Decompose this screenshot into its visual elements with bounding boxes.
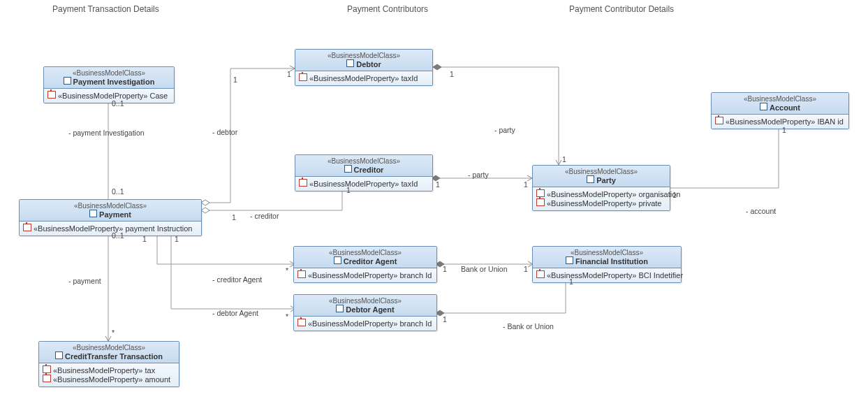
mult: 1 — [175, 235, 179, 243]
role-payment-investigation: - payment Investigation — [68, 129, 145, 137]
role-account: - account — [746, 207, 776, 215]
mult: 1 — [524, 265, 528, 273]
role-debtor-agent: - debtor Agent — [212, 309, 258, 317]
role-party: - party — [468, 171, 489, 179]
mult: 1 — [443, 315, 447, 324]
diagram-canvas: Payment Transaction Details Payment Cont… — [0, 0, 868, 406]
class-payment-investigation[interactable]: «BusinessModelClass»Payment Investigatio… — [43, 66, 175, 103]
class-creditor[interactable]: «BusinessModelClass»Creditor «BusinessMo… — [295, 154, 433, 191]
mult: 1 — [346, 186, 351, 194]
mult: 0..1 — [112, 231, 124, 240]
role-debtor: - debtor — [212, 128, 237, 136]
mult: 1 — [142, 235, 147, 243]
mult: * — [286, 266, 288, 275]
mult: 1 — [562, 155, 566, 164]
section-right: Payment Contributor Details — [569, 4, 674, 14]
mult: 1 — [436, 180, 440, 189]
mult: 1 — [287, 70, 291, 78]
role-bank: Bank or Union — [461, 265, 508, 273]
class-creditor-agent[interactable]: «BusinessModelClass»Creditor Agent «Busi… — [293, 246, 437, 283]
class-credit-transfer[interactable]: «BusinessModelClass»CreditTransfer Trans… — [38, 341, 179, 387]
section-left: Payment Transaction Details — [52, 4, 159, 14]
class-payment[interactable]: «BusinessModelClass»Payment «BusinessMod… — [19, 199, 202, 236]
role-bank: - Bank or Union — [503, 322, 554, 331]
mult: 1 — [443, 265, 447, 273]
role-party: - party — [494, 126, 515, 134]
class-debtor-agent[interactable]: «BusinessModelClass»Debtor Agent «Busine… — [293, 294, 437, 331]
mult: 1 — [782, 126, 786, 134]
class-financial-institution[interactable]: «BusinessModelClass»Financial Institutio… — [532, 246, 682, 283]
section-mid: Payment Contributors — [347, 4, 428, 14]
class-debtor[interactable]: «BusinessModelClass»Debtor «BusinessMode… — [295, 49, 433, 86]
mult: 1 — [524, 180, 528, 189]
mult: 1 — [672, 191, 677, 199]
mult: * — [286, 312, 288, 321]
class-party[interactable]: «BusinessModelClass»Party «BusinessModel… — [532, 165, 670, 211]
mult: 1 — [232, 213, 236, 222]
role-creditor-agent: - creditor Agent — [212, 275, 262, 284]
mult: 1 — [450, 70, 454, 78]
mult: * — [112, 328, 115, 337]
class-account[interactable]: «BusinessModelClass»Account «BusinessMod… — [711, 92, 849, 129]
mult: 1 — [569, 277, 573, 286]
mult: 0..1 — [112, 187, 124, 196]
mult: 1 — [233, 75, 237, 84]
role-creditor: - creditor — [250, 212, 279, 220]
role-payment: - payment — [68, 277, 101, 285]
mult: 0..1 — [112, 99, 124, 108]
